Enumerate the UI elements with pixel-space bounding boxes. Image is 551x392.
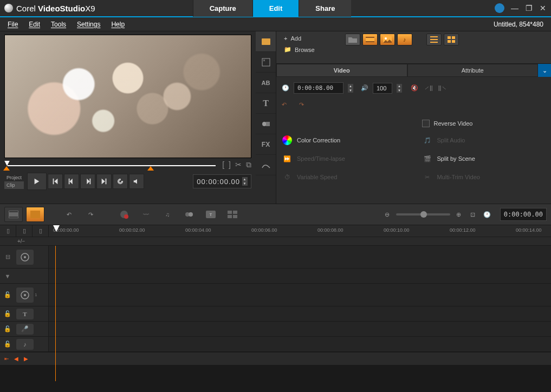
transitions-button[interactable]: AB bbox=[256, 73, 276, 93]
path-button[interactable] bbox=[256, 155, 276, 175]
timecode-display[interactable]: 00:00:00.00 ▲▼ bbox=[193, 174, 251, 188]
rotate-right-button[interactable]: ↷ bbox=[299, 101, 312, 112]
fadeout-icon[interactable]: ||⟍ bbox=[438, 84, 448, 92]
scroll-left-icon[interactable]: ◀ bbox=[14, 356, 18, 362]
cut-button[interactable]: ✂ bbox=[235, 160, 242, 169]
mute-icon[interactable]: 🔇 bbox=[411, 84, 418, 92]
menu-settings[interactable]: Settings bbox=[77, 21, 100, 28]
maximize-button[interactable]: ❐ bbox=[525, 4, 533, 12]
snapshot-button[interactable]: ⧉ bbox=[246, 160, 251, 169]
color-correction-option[interactable]: Color Correction bbox=[282, 135, 406, 146]
media-library-button[interactable] bbox=[256, 31, 276, 52]
reverse-checkbox[interactable] bbox=[422, 120, 430, 127]
filter-button[interactable]: FX bbox=[256, 134, 276, 155]
menu-help[interactable]: Help bbox=[111, 21, 125, 28]
video-filter[interactable] bbox=[362, 34, 378, 45]
minimize-button[interactable]: — bbox=[511, 4, 518, 12]
repeat-button[interactable] bbox=[113, 174, 128, 189]
timecode-up[interactable]: ▲ bbox=[242, 177, 248, 181]
volume-up[interactable]: ▲ bbox=[397, 84, 402, 88]
zoom-slider[interactable] bbox=[396, 213, 450, 215]
close-button[interactable]: ✕ bbox=[539, 4, 547, 12]
zoom-out-button[interactable]: ⊖ bbox=[382, 207, 393, 222]
storyboard-view-button[interactable] bbox=[4, 207, 23, 222]
list-view-button[interactable] bbox=[426, 34, 442, 45]
add-media-button[interactable]: +Add bbox=[281, 34, 318, 43]
browse-button[interactable]: 📁Browse bbox=[281, 44, 318, 55]
tab-share[interactable]: Share bbox=[299, 0, 351, 17]
scrubber-track[interactable] bbox=[4, 161, 219, 169]
auto-music-button[interactable]: ♫ bbox=[158, 207, 177, 222]
reverse-video-option[interactable]: Reverse Video bbox=[422, 120, 546, 127]
duration-input[interactable] bbox=[294, 82, 343, 94]
menu-edit[interactable]: Edit bbox=[29, 21, 40, 28]
undo-button[interactable]: ↶ bbox=[60, 207, 78, 222]
menu-file[interactable]: File bbox=[8, 21, 18, 28]
tab-video-options[interactable]: Video bbox=[276, 64, 407, 77]
tab-capture[interactable]: Capture bbox=[193, 0, 252, 17]
overlay-track[interactable]: 🔓 1 bbox=[0, 284, 551, 306]
subtitle-button[interactable]: T bbox=[202, 207, 220, 222]
title-track[interactable]: 🔓 T bbox=[0, 306, 551, 322]
track-lock-icon[interactable]: 🔓 bbox=[0, 325, 15, 332]
volume-input[interactable] bbox=[373, 83, 392, 94]
globe-icon[interactable] bbox=[495, 3, 504, 13]
zoom-in-button[interactable]: ⊕ bbox=[453, 207, 464, 222]
rotate-left-button[interactable]: ↶ bbox=[282, 101, 295, 112]
track-lock-icon[interactable]: 🔓 bbox=[0, 291, 15, 298]
mode-project[interactable]: Project bbox=[4, 174, 24, 181]
audio-mixer-button[interactable]: 〰 bbox=[137, 207, 155, 222]
record-button[interactable] bbox=[115, 207, 133, 222]
fadein-icon[interactable]: ⟋|| bbox=[424, 84, 433, 92]
fit-project-button[interactable]: ⊡ bbox=[468, 207, 478, 222]
mark-in-button[interactable]: [ bbox=[222, 160, 224, 169]
mark-in[interactable] bbox=[3, 166, 10, 171]
volume-down[interactable]: ▼ bbox=[397, 88, 402, 93]
voice-track[interactable]: 🔓 🎤 bbox=[0, 322, 551, 337]
duration-up[interactable]: ▲ bbox=[348, 84, 353, 88]
timeline-timecode[interactable]: 0:00:00.00 bbox=[500, 208, 547, 221]
timeline-view-button[interactable] bbox=[26, 207, 44, 222]
photo-filter[interactable] bbox=[380, 34, 395, 45]
ruler-chapter-button[interactable]: ▯ bbox=[16, 225, 33, 237]
folder-filter[interactable] bbox=[345, 34, 360, 45]
tab-edit[interactable]: Edit bbox=[252, 0, 299, 17]
track-lock-icon[interactable]: 🔓 bbox=[0, 341, 15, 348]
preview-video[interactable] bbox=[4, 35, 251, 158]
add-remove-track[interactable]: +/− bbox=[17, 238, 25, 244]
video-track[interactable]: ⊟ bbox=[0, 246, 551, 269]
expand-options-button[interactable]: ⌄ bbox=[538, 64, 551, 77]
track-visibility-icon[interactable]: ⊟ bbox=[0, 253, 15, 260]
menu-tools[interactable]: Tools bbox=[51, 21, 66, 28]
play-button[interactable] bbox=[27, 173, 47, 190]
prev-frame-button[interactable] bbox=[64, 174, 79, 189]
track-motion-button[interactable] bbox=[180, 207, 198, 222]
expand-track-icon[interactable]: ▼ bbox=[0, 273, 15, 279]
goto-start-button[interactable] bbox=[48, 174, 63, 189]
tab-attribute-options[interactable]: Attribute bbox=[407, 64, 539, 77]
scroll-right-icon[interactable]: ▶ bbox=[24, 356, 28, 362]
video-track-expand[interactable]: ▼ bbox=[0, 269, 551, 284]
ruler-cue-button[interactable]: ▯ bbox=[33, 225, 49, 237]
track-lock-icon[interactable]: 🔓 bbox=[0, 310, 15, 317]
scroll-start-icon[interactable]: ⇤ bbox=[4, 356, 9, 362]
mark-out-button[interactable]: ] bbox=[229, 160, 231, 169]
title-button[interactable]: T bbox=[256, 93, 276, 114]
multi-cam-button[interactable] bbox=[223, 207, 242, 222]
next-frame-button[interactable] bbox=[80, 174, 95, 189]
graphic-button[interactable] bbox=[256, 114, 276, 134]
timecode-down[interactable]: ▼ bbox=[242, 181, 248, 186]
audio-filter[interactable]: ♪ bbox=[397, 34, 412, 45]
timeline-ruler[interactable]: ▯ ▯ ▯ 00:00:00.00 00:00:02.00 00:00:04.0… bbox=[0, 225, 551, 237]
ruler-marker-button[interactable]: ▯ bbox=[0, 225, 16, 237]
thumb-view-button[interactable] bbox=[444, 34, 459, 45]
volume-button[interactable] bbox=[129, 174, 144, 189]
split-scene-option[interactable]: 🎬 Split by Scene bbox=[422, 153, 546, 164]
redo-button[interactable]: ↷ bbox=[81, 207, 100, 222]
duration-down[interactable]: ▼ bbox=[348, 88, 353, 93]
mode-clip[interactable]: Clip bbox=[4, 181, 24, 189]
project-duration-button[interactable]: 🕐 bbox=[482, 207, 492, 222]
instant-project-button[interactable] bbox=[256, 52, 276, 73]
music-track[interactable]: 🔓 ♪ bbox=[0, 337, 551, 352]
goto-end-button[interactable] bbox=[96, 174, 112, 189]
